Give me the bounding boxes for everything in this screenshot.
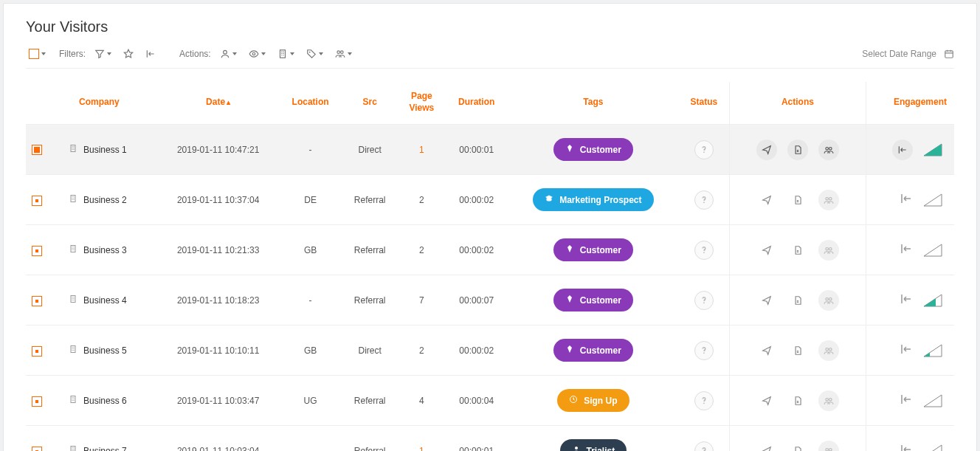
engagement-enter-button[interactable] (900, 292, 913, 308)
tag-label: Customer (580, 345, 621, 356)
col-date[interactable]: Date▴ (157, 82, 279, 125)
company-name[interactable]: Business 5 (83, 345, 127, 356)
action-send-button[interactable] (756, 140, 777, 160)
enter-icon (145, 49, 156, 59)
cell-views: 7 (398, 275, 445, 326)
col-status[interactable]: Status (679, 82, 730, 125)
engagement-enter-button[interactable] (900, 443, 913, 451)
action-group-button[interactable] (332, 47, 355, 61)
action-assign-button[interactable] (818, 240, 839, 261)
action-assign-button[interactable] (818, 441, 839, 451)
col-duration[interactable]: Duration (445, 82, 507, 125)
group-icon (335, 49, 345, 59)
engagement-enter-button[interactable] (900, 393, 913, 408)
status-unknown[interactable] (694, 190, 714, 210)
filter-funnel-button[interactable] (92, 47, 114, 61)
table-row[interactable]: Business 7 2019-01-11 10:03:04 - Referra… (26, 426, 954, 451)
action-tag-button[interactable] (303, 47, 326, 61)
company-name[interactable]: Business 1 (83, 145, 127, 155)
star-icon (123, 49, 134, 59)
action-building-button[interactable] (275, 47, 297, 61)
tag-pill[interactable]: Trialist (560, 439, 627, 451)
engagement-enter-button[interactable] (900, 242, 913, 258)
table-row[interactable]: Business 1 2019-01-11 10:47:21 - Direct … (26, 125, 954, 175)
building-icon (69, 445, 77, 451)
engagement-enter-button[interactable] (900, 192, 913, 207)
action-assign-button[interactable] (818, 140, 839, 160)
action-send-button[interactable] (756, 441, 777, 451)
col-actions[interactable]: Actions (730, 82, 866, 125)
cell-date: 2019-01-11 10:18:23 (157, 275, 279, 326)
action-send-button[interactable] (756, 390, 777, 411)
action-pdf-button[interactable] (787, 240, 808, 261)
action-send-button[interactable] (756, 240, 777, 261)
row-checkbox[interactable] (32, 346, 42, 357)
action-pdf-button[interactable] (787, 290, 808, 311)
action-pdf-button[interactable] (787, 340, 808, 361)
action-eye-button[interactable] (246, 47, 269, 61)
engagement-enter-button[interactable] (900, 342, 913, 358)
status-unknown[interactable] (694, 441, 714, 451)
action-send-button[interactable] (756, 340, 777, 361)
engagement-enter-button[interactable] (892, 140, 913, 160)
select-all-checkbox[interactable] (26, 47, 49, 61)
table-row[interactable]: Business 5 2019-01-11 10:10:11 GB Direct… (26, 326, 954, 376)
action-user-button[interactable] (217, 47, 240, 61)
tag-pill[interactable]: Customer (553, 289, 633, 311)
row-checkbox[interactable] (32, 196, 42, 206)
company-name[interactable]: Business 6 (83, 396, 127, 406)
status-unknown[interactable] (694, 341, 714, 360)
action-pdf-button[interactable] (787, 190, 808, 210)
date-range-picker[interactable]: Select Date Range (862, 49, 954, 59)
col-engagement[interactable]: Engagement (866, 82, 954, 125)
tag-pill[interactable]: Sign Up (557, 389, 629, 412)
company-name[interactable]: Business 2 (83, 195, 127, 205)
table-row[interactable]: Business 6 2019-01-11 10:03:47 UG Referr… (26, 376, 954, 426)
status-unknown[interactable] (694, 291, 714, 310)
col-company[interactable]: Company (48, 82, 157, 125)
engagement-signal-icon (923, 294, 941, 307)
row-checkbox[interactable] (32, 145, 42, 155)
cell-location: - (279, 275, 342, 326)
row-checkbox[interactable] (32, 447, 42, 451)
question-icon (700, 396, 708, 405)
tag-pill[interactable]: Marketing Prospect (533, 188, 653, 211)
row-checkbox[interactable] (32, 296, 42, 306)
action-assign-button[interactable] (818, 190, 839, 210)
action-assign-button[interactable] (818, 390, 839, 411)
action-send-button[interactable] (756, 290, 777, 311)
filter-enter-button[interactable] (142, 47, 159, 61)
svg-point-0 (223, 50, 227, 54)
tag-pill[interactable]: Customer (553, 238, 633, 261)
svg-rect-22 (71, 396, 75, 403)
filters-label: Filters: (59, 49, 86, 59)
action-assign-button[interactable] (818, 340, 839, 361)
company-name[interactable]: Business 7 (83, 446, 127, 451)
tag-pill[interactable]: Customer (553, 138, 633, 161)
col-page-views[interactable]: Page Views (398, 82, 445, 125)
company-name[interactable]: Business 3 (83, 245, 127, 255)
action-assign-button[interactable] (818, 290, 839, 311)
col-src[interactable]: Src (342, 82, 398, 125)
row-checkbox[interactable] (32, 396, 42, 407)
status-unknown[interactable] (694, 140, 714, 159)
table-row[interactable]: Business 2 2019-01-11 10:37:04 DE Referr… (26, 175, 954, 225)
col-location[interactable]: Location (279, 82, 342, 125)
table-row[interactable]: Business 4 2019-01-11 10:18:23 - Referra… (26, 275, 954, 326)
action-pdf-button[interactable] (787, 441, 808, 451)
clock-icon (569, 395, 578, 406)
row-checkbox[interactable] (32, 246, 42, 256)
col-tags[interactable]: Tags (508, 82, 679, 125)
actions-label: Actions: (179, 49, 211, 59)
status-unknown[interactable] (694, 241, 714, 260)
table-row[interactable]: Business 3 2019-01-11 10:21:33 GB Referr… (26, 225, 954, 275)
action-pdf-button[interactable] (787, 140, 808, 160)
status-unknown[interactable] (694, 391, 714, 410)
tag-pill[interactable]: Customer (553, 339, 633, 362)
cell-views: 2 (398, 326, 445, 376)
action-pdf-button[interactable] (787, 390, 808, 411)
svg-point-20 (826, 348, 829, 351)
action-send-button[interactable] (756, 190, 777, 210)
filter-star-button[interactable] (120, 47, 137, 61)
company-name[interactable]: Business 4 (83, 295, 127, 306)
